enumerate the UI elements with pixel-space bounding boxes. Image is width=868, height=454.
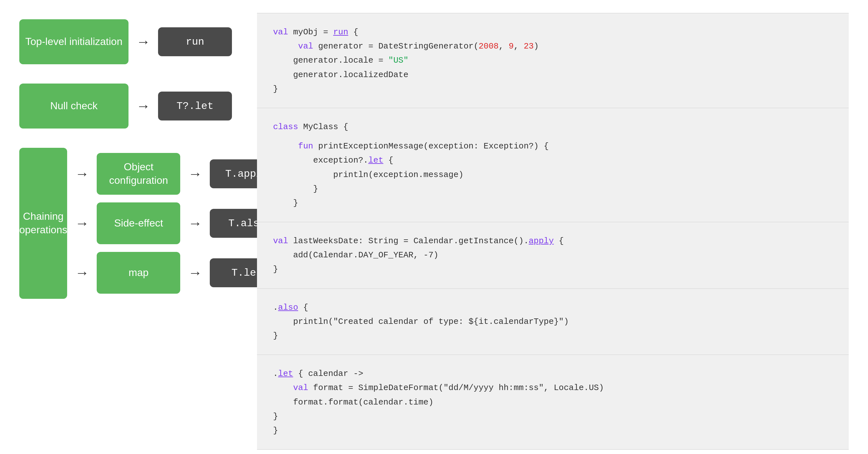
arrow-5: → — [75, 215, 89, 231]
side-effect-box: Side-effect — [97, 203, 180, 244]
t-let-label: T?.let — [176, 100, 213, 112]
arrow-6: → — [188, 215, 202, 231]
code-line: fun printExceptionMessage(exception: Exc… — [273, 139, 833, 153]
code-kw: val — [273, 27, 288, 37]
arrow-7: → — [75, 265, 89, 281]
null-check-box: Null check — [19, 84, 128, 128]
side-effect-row: → Side-effect → T.also — [67, 203, 284, 244]
code-line: val lastWeeksDate: String = Calendar.get… — [273, 234, 833, 248]
code-block-apply: val lastWeeksDate: String = Calendar.get… — [257, 222, 849, 289]
code-line: } — [273, 82, 833, 96]
arrow-3: → — [75, 166, 89, 182]
footer: v1.0 | Content under the Creative Common… — [19, 450, 849, 454]
top-level-label: Top-level initialization — [25, 35, 122, 49]
code-line: format.format(calendar.time) — [273, 395, 833, 409]
object-config-row: → Object configuration → T.apply — [67, 153, 284, 195]
code-line: } — [273, 409, 833, 423]
object-config-box: Object configuration — [97, 153, 180, 195]
arrow-8: → — [188, 265, 202, 281]
object-config-label: Object configuration — [109, 160, 168, 187]
code-block-also: .also { println("Created calendar of typ… — [257, 289, 849, 355]
chaining-label: Chaining operations — [19, 210, 67, 237]
code-block-let2: .let { calendar -> val format = SimpleDa… — [257, 355, 849, 450]
arrow-1: → — [136, 34, 150, 50]
code-line: val generator = DateStringGenerator(2008… — [273, 39, 833, 53]
side-effect-label: Side-effect — [114, 217, 163, 230]
map-row: → map → T.let — [67, 252, 284, 294]
chaining-right: → Object configuration → T.apply → Side-… — [67, 153, 284, 294]
right-panel: val myObj = run { val generator = DateSt… — [257, 13, 849, 450]
run-label: run — [186, 36, 204, 48]
code-line: class MyClass { — [273, 120, 833, 134]
code-line: generator.localizedDate — [273, 68, 833, 82]
top-level-row: Top-level initialization → run — [19, 19, 238, 64]
code-line: println("Created calendar of type: ${it.… — [273, 314, 833, 329]
code-line: .also { — [273, 300, 833, 314]
code-line: } — [273, 196, 833, 210]
code-line: } — [273, 423, 833, 437]
code-block-let: class MyClass { fun printExceptionMessag… — [257, 108, 849, 222]
code-line: .let { calendar -> — [273, 367, 833, 381]
code-line: add(Calendar.DAY_OF_YEAR, -7) — [273, 248, 833, 262]
main-container: Top-level initialization → run Null chec… — [19, 13, 849, 450]
run-box: run — [158, 27, 232, 56]
code-line: val myObj = run { — [273, 25, 833, 39]
code-line: } — [273, 262, 833, 276]
code-block-run: val myObj = run { val generator = DateSt… — [257, 13, 849, 108]
code-line: exception?.let { — [273, 153, 833, 168]
map-box: map — [97, 252, 180, 294]
code-line: } — [273, 329, 833, 343]
left-panel: Top-level initialization → run Null chec… — [19, 13, 238, 299]
chaining-group: Chaining operations → Object configurati… — [19, 148, 238, 299]
arrow-4: → — [188, 166, 202, 182]
code-line: generator.locale = "US" — [273, 53, 833, 67]
code-line: val format = SimpleDateFormat("dd/M/yyyy… — [273, 381, 833, 395]
null-check-label: Null check — [50, 99, 98, 113]
arrow-2: → — [136, 98, 150, 114]
map-label: map — [128, 266, 148, 279]
code-line: println(exception.message) — [273, 168, 833, 182]
top-level-box: Top-level initialization — [19, 19, 128, 64]
t-let-box: T?.let — [158, 92, 232, 120]
code-line: } — [273, 182, 833, 196]
null-check-row: Null check → T?.let — [19, 84, 238, 128]
chaining-main-box: Chaining operations — [19, 148, 67, 299]
